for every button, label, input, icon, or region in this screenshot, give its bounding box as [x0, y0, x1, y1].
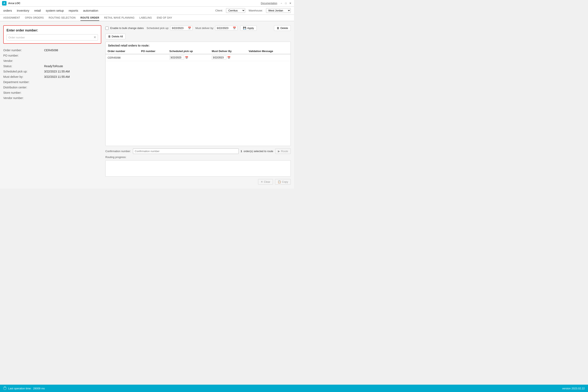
- route-count-label: 1 order(s) selected to route: [241, 150, 274, 153]
- menu-bar: orders inventory retail system setup rep…: [0, 6, 294, 15]
- cell-scheduled-pickup: 📅: [168, 54, 210, 61]
- detail-row-order-number: Order number: CER45098: [3, 48, 101, 52]
- must-deliver-calendar-icon[interactable]: 📅: [233, 26, 236, 30]
- action-row: ✕ Clear 📋 Copy: [105, 179, 291, 184]
- menu-reports[interactable]: reports: [68, 9, 78, 12]
- bulk-change-checkbox-label[interactable]: Enable to bulk change dates: [105, 26, 144, 30]
- subnav-labeling[interactable]: LABELING: [140, 15, 152, 20]
- order-input-box: Enter order number: ✕: [3, 25, 101, 44]
- title-bar: A Arca LOC Documentation − □ ✕: [0, 0, 294, 6]
- client-select[interactable]: Cerritus: [226, 8, 245, 13]
- row-must-deliver-date-input[interactable]: [212, 56, 226, 60]
- right-panel: Enable to bulk change dates Scheduled pi…: [105, 25, 291, 184]
- order-input-label: Enter order number:: [6, 28, 98, 32]
- scheduled-pickup-calendar-icon[interactable]: 📅: [188, 26, 191, 30]
- menu-automation[interactable]: automation: [83, 9, 98, 12]
- delete-all-label: Delete All: [112, 35, 123, 38]
- order-number-input[interactable]: [8, 36, 94, 39]
- route-label: Route: [281, 150, 288, 153]
- subnav-open-orders[interactable]: OPEN ORDERS: [25, 15, 44, 20]
- route-icon: ▶: [278, 150, 280, 153]
- value-scheduled-pickup: 3/22/2023 11:55 AM: [44, 70, 70, 73]
- label-store-number: Store number:: [3, 91, 44, 94]
- detail-row-must-deliver: Must deliver by: 3/22/2023 11:55 AM: [3, 75, 101, 78]
- label-po-number: PO number:: [3, 54, 44, 57]
- detail-row-status: Status: ReadyToRoute: [3, 64, 101, 68]
- subnav-end-of-day[interactable]: END OF DAY: [157, 15, 172, 20]
- subnav-assignment[interactable]: ASSIGNMENT: [3, 15, 20, 20]
- app-title: Arca LOC: [8, 2, 20, 5]
- apply-button[interactable]: 💾 Apply: [240, 26, 257, 30]
- subnav-retail-wave-planning[interactable]: RETAIL WAVE PLANNING: [104, 15, 134, 20]
- must-deliver-bulk-label: Must deliver by:: [196, 26, 214, 30]
- detail-row-dept-number: Department number:: [3, 80, 101, 84]
- scheduled-pickup-group: Scheduled pick up: 📅: [146, 26, 192, 30]
- clear-input-icon[interactable]: ✕: [94, 36, 96, 39]
- col-must-deliver: Must Deliver By: [210, 48, 247, 54]
- maximize-button[interactable]: □: [284, 2, 288, 5]
- route-button[interactable]: ▶ Route: [275, 148, 291, 154]
- menu-inventory[interactable]: inventory: [17, 9, 30, 12]
- cell-validation: [247, 54, 290, 61]
- value-order-number: CER45098: [44, 48, 58, 52]
- value-status: ReadyToRoute: [44, 64, 63, 68]
- table-header-row: Order number PO number Scheduled pick up…: [106, 48, 290, 54]
- close-button[interactable]: ✕: [289, 2, 292, 5]
- col-order-number: Order number: [106, 48, 139, 54]
- value-must-deliver: 3/22/2023 11:55 AM: [44, 75, 70, 78]
- delete-button[interactable]: 🗑 Delete: [274, 25, 291, 31]
- cell-po-number: [139, 54, 168, 61]
- subnav-route-order[interactable]: ROUTE ORDER: [80, 15, 99, 21]
- label-order-number: Order number:: [3, 48, 44, 52]
- delete-all-button[interactable]: 🗑 Delete All: [105, 34, 126, 39]
- delete-all-icon: 🗑: [108, 35, 111, 38]
- warehouse-select[interactable]: West Jordan: [266, 8, 291, 13]
- apply-icon: 💾: [243, 26, 246, 30]
- detail-row-vendor-number: Vendor number:: [3, 96, 101, 100]
- menu-orders[interactable]: orders: [3, 9, 12, 12]
- minimize-button[interactable]: −: [280, 2, 283, 5]
- menu-retail[interactable]: retail: [34, 9, 41, 12]
- confirmation-row: Confirmation number: 1 order(s) selected…: [105, 148, 291, 154]
- menu-system-setup[interactable]: system setup: [46, 9, 64, 12]
- clear-label: Clear: [264, 180, 270, 183]
- bulk-change-checkbox[interactable]: [105, 26, 108, 30]
- must-deliver-date-input[interactable]: [216, 26, 232, 30]
- clear-icon: ✕: [261, 180, 263, 183]
- row-must-deliver-calendar-icon[interactable]: 📅: [227, 56, 230, 59]
- order-count: 1: [241, 150, 242, 153]
- copy-button[interactable]: 📋 Copy: [275, 179, 291, 184]
- window-controls: − □ ✕: [280, 2, 292, 5]
- must-deliver-group: Must deliver by: 📅: [196, 26, 238, 30]
- col-validation: Validation Message: [247, 48, 290, 54]
- app-icon: A: [2, 1, 6, 6]
- confirmation-label: Confirmation number:: [105, 150, 131, 153]
- bulk-change-row: Enable to bulk change dates Scheduled pi…: [105, 25, 291, 39]
- label-must-deliver: Must deliver by:: [3, 75, 44, 78]
- title-bar-left: A Arca LOC: [2, 1, 20, 6]
- table-wrapper[interactable]: Order number PO number Scheduled pick up…: [106, 48, 290, 146]
- subnav-routing-selection[interactable]: ROUTING SELECTION: [48, 15, 76, 20]
- documentation-link[interactable]: Documentation: [261, 2, 277, 5]
- detail-row-store-number: Store number:: [3, 91, 101, 94]
- scheduled-pickup-date-input[interactable]: [172, 26, 187, 30]
- table-row[interactable]: CER45098 📅 📅: [106, 54, 290, 61]
- copy-label: Copy: [282, 180, 288, 183]
- must-deliver-date-field: 📅: [215, 26, 238, 30]
- order-input-row: ✕: [6, 34, 98, 40]
- warehouse-label: Warehouse:: [248, 9, 263, 12]
- confirmation-number-input[interactable]: [133, 148, 239, 154]
- title-bar-right: Documentation − □ ✕: [261, 2, 292, 5]
- order-count-text: order(s) selected to route: [244, 150, 273, 153]
- client-warehouse: Client: Cerritus Warehouse: West Jordan: [216, 8, 291, 13]
- delete-icon: 🗑: [277, 26, 279, 30]
- clear-button[interactable]: ✕ Clear: [258, 179, 273, 184]
- label-dept-number: Department number:: [3, 80, 44, 84]
- bulk-change-label: Enable to bulk change dates: [110, 26, 144, 30]
- row-scheduled-date-input[interactable]: [170, 56, 184, 60]
- row-scheduled-calendar-icon[interactable]: 📅: [185, 56, 188, 59]
- label-status: Status:: [3, 64, 44, 68]
- label-vendor-number: Vendor number:: [3, 96, 44, 100]
- orders-table: Order number PO number Scheduled pick up…: [106, 48, 290, 61]
- routing-progress-label: Routing progress:: [105, 156, 291, 159]
